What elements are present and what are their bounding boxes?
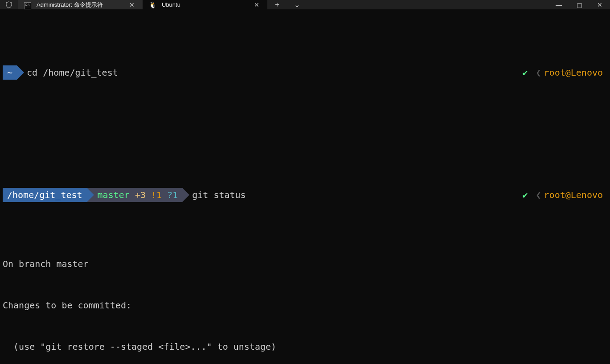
prompt-line-2: /home/git_test master +3 !1 ?1 git statu…: [3, 188, 607, 202]
check-icon: ✔: [522, 188, 528, 202]
command-text: cd /home/git_test: [27, 66, 118, 80]
git-branch: master: [98, 188, 130, 202]
command-text: git status: [192, 188, 246, 202]
minimize-button[interactable]: ―: [549, 0, 569, 9]
close-icon[interactable]: ✕: [252, 0, 261, 9]
git-untracked-count: ?1: [167, 188, 178, 202]
shield-icon: [0, 0, 18, 9]
maximize-button[interactable]: ▢: [569, 0, 590, 9]
window-titlebar: C:\ Administrator: 命令提示符 ✕ 🐧 Ubuntu ✕ ＋ …: [0, 0, 610, 9]
cmd-icon: C:\: [24, 0, 31, 9]
terminal-viewport[interactable]: ~ cd /home/git_test ✔ ❮ root@Lenovo /hom…: [0, 9, 610, 364]
chevron-left-icon: ❮: [530, 66, 541, 80]
new-tab-button[interactable]: ＋: [267, 0, 287, 9]
tab-dropdown-button[interactable]: ⌄: [287, 0, 307, 9]
prompt-line-1: ~ cd /home/git_test ✔ ❮ root@Lenovo: [3, 65, 607, 80]
segment-path: /home/git_test: [3, 188, 87, 202]
cwd-path: /home/git_test: [7, 188, 82, 202]
git-modified-count: !1: [151, 188, 162, 202]
close-icon[interactable]: ✕: [127, 0, 136, 9]
tux-icon: 🐧: [149, 1, 156, 8]
segment-home: ~: [3, 65, 17, 80]
segment-branch: master +3 !1 ?1: [87, 188, 183, 202]
user-host: root@Lenovo: [544, 66, 603, 80]
chevron-left-icon: ❮: [530, 188, 541, 202]
close-button[interactable]: ✕: [590, 0, 610, 9]
tab-ubuntu[interactable]: 🐧 Ubuntu ✕: [143, 0, 267, 9]
user-host: root@Lenovo: [544, 188, 603, 202]
tab-cmd[interactable]: C:\ Administrator: 命令提示符 ✕: [18, 0, 143, 9]
tab-title: Administrator: 命令提示符: [37, 1, 122, 9]
home-tilde: ~: [7, 66, 12, 80]
output-line: Changes to be committed:: [3, 299, 607, 312]
output-line: On branch master: [3, 257, 607, 271]
git-added-count: +3: [135, 188, 146, 202]
tab-title: Ubuntu: [162, 1, 247, 8]
output-line: (use "git restore --staged <file>..." to…: [3, 340, 607, 354]
check-icon: ✔: [522, 66, 528, 80]
